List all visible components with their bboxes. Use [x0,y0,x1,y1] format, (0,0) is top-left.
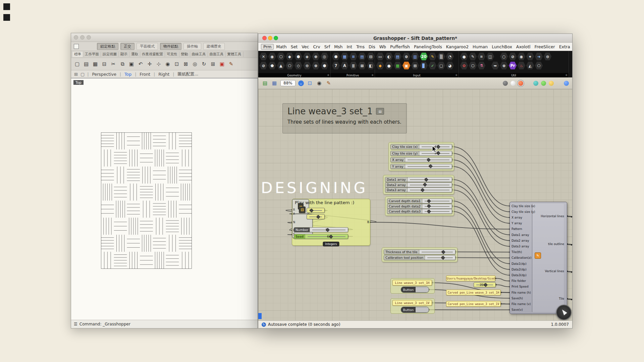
move-icon[interactable]: ⊹ [155,60,163,68]
cluster-input-row[interactable]: Calibration(z) [510,255,533,261]
component-icon[interactable]: ▲ [277,61,285,70]
component-icon[interactable]: ✿ [460,61,468,70]
line-weave-cluster-component[interactable]: Clay tile size (x)Clay tile size (y)X ar… [509,202,567,314]
component-icon[interactable]: ⬠ [285,61,294,70]
cluster-input-row[interactable]: Data2 array [510,238,533,243]
menu-lunchbox[interactable]: LunchBox [490,44,514,50]
zoom-icon[interactable]: ◉ [164,60,172,68]
window-zoom-icon[interactable] [87,35,91,40]
rhino-toolbar-tab[interactable]: 標準 [72,52,83,57]
render-icon[interactable]: ▣ [218,60,226,68]
menu-msh[interactable]: Msh [332,44,344,50]
component-icon[interactable]: ≡ [349,52,358,61]
new-file-icon[interactable]: ▢ [73,60,81,68]
slider-track[interactable]: 0 [309,208,322,213]
component-icon[interactable]: ⊙ [543,52,552,61]
random-input-number[interactable]: N [292,221,297,224]
gh-number-slider[interactable]: Number5 [294,227,348,232]
gh-number-slider[interactable]: 350 [474,282,496,287]
rhino-titlebar[interactable] [71,33,258,42]
slider-track[interactable]: 9 [422,250,453,254]
cluster-output-label[interactable]: Vertical lines [545,269,564,273]
slider-track[interactable]: 350 [476,283,493,287]
cluster-input-row[interactable]: Data3(dp) [510,272,533,278]
component-icon[interactable]: ◈ [303,52,311,61]
viewport-label[interactable]: Top [73,80,84,85]
component-icon[interactable]: ➥ [491,61,499,70]
status-toggle[interactable]: 平面模式 [137,43,158,50]
cluster-input-row[interactable]: Data2(dp) [510,266,533,272]
cluster-input-row[interactable]: Save(h) [510,295,533,301]
cluster-input-row[interactable]: Pattern [510,226,533,232]
component-icon[interactable]: ≣ [349,61,358,70]
rhino-toolbar-tab[interactable]: 選取 [129,52,140,57]
component-icon[interactable]: ▤ [393,52,402,61]
menu-srf[interactable]: Srf [323,44,332,50]
cluster-input-row[interactable]: Data3 array [510,243,533,249]
menu-extra[interactable]: Extra [557,44,572,50]
button-label[interactable]: Button [401,287,416,292]
component-icon[interactable]: ◫ [486,52,494,61]
command-line[interactable]: ☰ Command: _Grasshopper [71,320,258,328]
gh-number-slider[interactable]: Calibration tool position6 [384,255,455,260]
display-off-sphere[interactable] [503,81,508,86]
maximize-icon[interactable] [274,36,278,40]
cluster-input-row[interactable]: Data1 array [510,232,533,238]
gh-number-slider[interactable]: Data1 array5 [385,177,452,182]
component-icon[interactable]: ◭ [526,61,534,70]
status-toggle[interactable]: 物件鎖點 [160,43,181,50]
random-input-range[interactable]: R [292,208,297,212]
status-toggle[interactable]: 操作軸 [183,43,201,50]
slider-track[interactable]: 66 [308,234,345,239]
slider-track[interactable]: 1 [425,204,449,208]
component-icon[interactable]: ⊙ [303,61,311,70]
group-label-primitive[interactable]: Primitive✛ [331,73,375,77]
group-label-input[interactable]: Input✛ [375,73,459,77]
component-icon[interactable]: ▦ [393,61,402,70]
canvas-compass-widget[interactable] [556,305,572,320]
menu-trns[interactable]: Trns [355,44,366,50]
cluster-input-row[interactable]: Tile(th) [510,249,533,255]
undo-icon[interactable]: ↶ [137,60,145,68]
component-icon[interactable]: ⊘ [259,61,268,70]
rhino-toolbar-tab[interactable]: 工作平面 [83,52,101,57]
cluster-input-row[interactable]: File name (h) [510,290,533,295]
status-toggle[interactable]: 建構歷史 [203,43,225,50]
gh-number-slider[interactable]: 3 [307,214,325,219]
cluster-input-row[interactable]: File name (v) [510,301,533,307]
component-icon[interactable]: ⊚ [402,52,411,61]
slider-track[interactable]: 5 [312,228,345,232]
menu-int[interactable]: Int [345,44,354,50]
component-icon[interactable]: ◧ [367,61,375,70]
component-icon[interactable]: ⊗ [312,61,320,70]
component-icon[interactable]: ➔ [535,52,543,61]
rhino-viewport[interactable]: Top [71,78,258,320]
component-icon[interactable]: ⬠ [535,61,543,70]
paint-icon[interactable]: ✎ [227,60,235,68]
random-output[interactable]: R [366,221,370,224]
component-icon[interactable]: ▤ [358,52,366,61]
group-label-util[interactable]: Util✛ [459,73,569,77]
rhino-toolbar-tab[interactable]: 曲線工具 [190,52,208,57]
rhino-toolbar-tab[interactable]: 可見性 [165,52,179,57]
component-icon[interactable]: ◔ [446,52,454,61]
status-toggle[interactable]: 正交 [120,43,135,50]
save-h-button[interactable]: Button [401,287,429,293]
file-folder-panel[interactable]: /Users/huangyaya/Desktop/Gcode [446,276,495,281]
slider-track[interactable]: 1 [425,209,449,214]
gh-number-slider[interactable]: Clay tile size (x)47 [390,144,452,149]
cluster-input-row[interactable]: X array [510,215,533,220]
slider-track[interactable]: 4 [410,183,449,187]
component-icon[interactable]: ● [460,52,468,61]
cluster-output-label[interactable]: tile outline [548,242,564,246]
rotate-view-icon[interactable]: ↻ [200,60,208,68]
group-label-geometry[interactable]: Geometry✛ [258,73,330,77]
zoom-extents-icon[interactable]: ⊡ [307,80,313,86]
component-icon[interactable]: ● [385,61,393,70]
menu-set[interactable]: Set [289,44,300,50]
title-note-group[interactable]: Line weave_3 set_1 ▤ Three sets of lines… [282,103,407,133]
paint-icon[interactable]: ✎ [325,80,332,86]
menu-kangaroo2[interactable]: Kangaroo2 [444,44,470,50]
carved-pen-v-panel[interactable]: Carved pen_Line weave_3 set_1V [446,301,501,307]
slider-track[interactable]: 3 [410,188,449,192]
